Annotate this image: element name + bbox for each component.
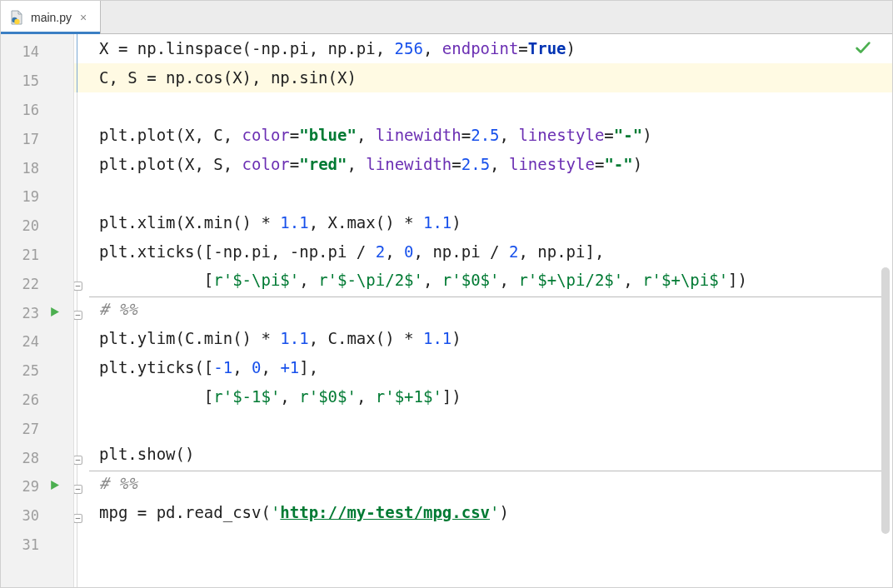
gutter[interactable]: 141516171819202122232425262728293031 <box>1 34 74 587</box>
scrollbar-thumb[interactable] <box>881 267 890 534</box>
line-number: 20 <box>1 217 39 234</box>
line-number: 21 <box>1 247 39 263</box>
fold-handle-icon[interactable] <box>74 276 82 285</box>
code-line[interactable]: C, S = np.cos(X), np.sin(X) <box>74 63 892 92</box>
line-number: 29 <box>1 478 39 495</box>
code-line[interactable] <box>99 411 892 440</box>
code-line[interactable]: plt.xticks([-np.pi, -np.pi / 2, 0, np.pi… <box>99 237 892 267</box>
gutter-line[interactable]: 18 <box>1 153 73 182</box>
gutter-line[interactable]: 22 <box>1 269 73 298</box>
gutter-line[interactable]: 27 <box>1 414 73 443</box>
svg-point-1 <box>14 18 19 23</box>
code-line[interactable]: [r'$-1$', r'$0$', r'$+1$']) <box>99 382 892 411</box>
tab-filename: main.py <box>31 11 72 24</box>
close-tab-icon[interactable]: × <box>78 11 88 24</box>
line-number: 16 <box>1 102 39 118</box>
code-line[interactable]: X = np.linspace(-np.pi, np.pi, 256, endp… <box>99 34 892 63</box>
python-file-icon <box>9 10 24 25</box>
line-number: 28 <box>1 450 39 466</box>
gutter-line[interactable]: 20 <box>1 212 73 241</box>
code-line[interactable]: plt.plot(X, S, color="red", linewidth=2.… <box>99 150 892 179</box>
code-line[interactable] <box>99 179 892 208</box>
gutter-line[interactable]: 17 <box>1 124 73 153</box>
code-line[interactable] <box>99 92 892 122</box>
line-number: 17 <box>1 131 39 147</box>
gutter-line[interactable]: 23 <box>1 298 73 327</box>
fold-strip <box>74 34 89 587</box>
code-area[interactable]: X = np.linspace(-np.pi, np.pi, 256, endp… <box>74 34 892 587</box>
line-number: 23 <box>1 305 39 321</box>
gutter-line[interactable]: 31 <box>1 531 73 560</box>
fold-handle-icon[interactable] <box>74 479 82 488</box>
cell-separator <box>89 471 882 471</box>
gutter-line[interactable]: 26 <box>1 386 73 415</box>
gutter-line[interactable]: 25 <box>1 356 73 386</box>
code-line[interactable]: # %% <box>99 469 892 498</box>
gutter-line[interactable]: 24 <box>1 327 73 356</box>
cell-separator <box>89 296 882 297</box>
line-number: 31 <box>1 536 39 553</box>
fold-handle-icon[interactable] <box>74 305 82 314</box>
gutter-line[interactable]: 16 <box>1 96 73 125</box>
code-line[interactable]: plt.xlim(X.min() * 1.1, X.max() * 1.1) <box>99 208 892 237</box>
gutter-line[interactable]: 14 <box>1 37 73 67</box>
line-number: 19 <box>1 188 39 205</box>
code-line[interactable]: plt.show() <box>99 440 892 469</box>
line-number: 27 <box>1 421 39 437</box>
code-line[interactable]: plt.plot(X, C, color="blue", linewidth=2… <box>99 121 892 150</box>
gutter-line[interactable]: 15 <box>1 67 73 96</box>
line-number: 25 <box>1 362 39 379</box>
gutter-line[interactable]: 29 <box>1 472 73 501</box>
tab-bar: main.py × <box>1 1 892 34</box>
code-line[interactable]: [r'$-\pi$', r'$-\pi/2$', r'$0$', r'$+\pi… <box>99 266 892 295</box>
editor: 141516171819202122232425262728293031 X =… <box>1 34 892 587</box>
run-cell-icon[interactable] <box>49 306 60 320</box>
gutter-line[interactable]: 21 <box>1 241 73 270</box>
gutter-line[interactable]: 28 <box>1 443 73 472</box>
run-cell-icon[interactable] <box>49 480 60 493</box>
code-line[interactable]: plt.yticks([-1, 0, +1], <box>99 353 892 382</box>
editor-tab-main[interactable]: main.py × <box>1 1 101 33</box>
code-line[interactable]: # %% <box>99 295 892 324</box>
code-line[interactable] <box>99 527 892 556</box>
line-number: 30 <box>1 507 39 524</box>
gutter-line[interactable]: 19 <box>1 182 73 212</box>
line-number: 14 <box>1 43 39 60</box>
line-number: 24 <box>1 333 39 350</box>
code-line[interactable]: plt.ylim(C.min() * 1.1, C.max() * 1.1) <box>99 324 892 353</box>
gutter-line[interactable]: 30 <box>1 501 73 531</box>
code-line[interactable]: mpg = pd.read_csv('http://my-test/mpg.cs… <box>99 498 892 527</box>
line-number: 26 <box>1 391 39 408</box>
analysis-ok-icon[interactable] <box>854 39 872 61</box>
line-number: 18 <box>1 160 39 177</box>
line-number: 15 <box>1 72 39 89</box>
fold-handle-icon[interactable] <box>74 508 82 517</box>
line-number: 22 <box>1 276 39 292</box>
fold-handle-icon[interactable] <box>74 450 82 459</box>
